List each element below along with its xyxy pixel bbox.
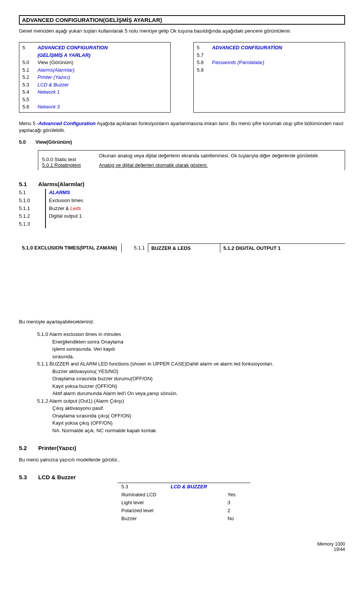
- lcd-head-num: 5.3: [121, 483, 171, 491]
- settings-list: 5.1.0 Alarm exclusion times in minutesEn…: [37, 331, 345, 434]
- menu5-link: -Advanced Configuration: [37, 121, 96, 126]
- s50-r1-left: 5.0.0 Static text: [42, 153, 99, 162]
- list-item: Buzzer aktivasyonu( YES/NO): [37, 368, 345, 375]
- alarm-num: 5.1: [19, 189, 45, 197]
- list-item: sırasında.: [37, 353, 345, 361]
- list-item: Kayıt yoksa buzzer (OFF/ON): [37, 383, 345, 390]
- menu-num: 5.6: [22, 103, 38, 111]
- menu5-description: Menu 5 -Advanced Configuration Aşağıda a…: [19, 120, 345, 134]
- triple-mid: 5.1.1: [121, 243, 148, 253]
- menu-label: ADVANCED CONFIGURATION: [38, 44, 108, 52]
- menu5-pre: Menu 5: [19, 121, 37, 126]
- menu-left-row: 5.6Network 3: [22, 103, 167, 111]
- lcd-buzzer-table: 5.3 LCD & BUZZER Illuminated LCDYesLight…: [118, 483, 250, 522]
- menu-num: 5.2: [22, 74, 38, 81]
- menu-right-row: 5.9: [197, 66, 342, 74]
- menu-label: Alarms(Alarmlar): [38, 66, 75, 74]
- section-5-1-head: 5.1 Alarms(Alarmlar): [19, 181, 345, 187]
- alarm-num: 5.1.3: [19, 220, 45, 228]
- list-item: işlemi sonrasında. Veri kaydı: [37, 345, 345, 353]
- lcd-head-title: LCD & BUZZER: [171, 483, 228, 491]
- list-heading: Bu menüyle ayarlayabilecekleriniz.: [19, 318, 345, 325]
- alarm-label: Digital output 1: [49, 212, 83, 220]
- lcd-row: Polarized level2: [118, 507, 250, 515]
- menu-right-row: 5.8Passwords (Parolalalar): [197, 59, 342, 66]
- footer-product: Memory 1000: [19, 541, 345, 547]
- lcd-row: Illuminated LCDYes: [118, 491, 250, 499]
- list-item: 5.1.0 Alarm exclusion times in minutes: [37, 331, 345, 338]
- alarm-num: 5.1.1: [19, 205, 45, 213]
- list-item: Enerjjilendikten sonra Onaylama: [37, 338, 345, 346]
- page-footer: Memory 1000 19/44: [19, 541, 345, 552]
- menu-label: (GELİŞMİŞ A YARLAR): [38, 52, 90, 59]
- section-5-3-head: 5.3 LCD & Buzzer: [19, 474, 345, 480]
- menu-left-row: 5.1Alarms(Alarmlar): [22, 66, 167, 74]
- alarm-num: 5.1.0: [19, 197, 45, 205]
- s53-title: LCD & Buzzer: [38, 474, 76, 480]
- menu-left-row: 5.4Network 1: [22, 88, 167, 96]
- menu-left-row: 5ADVANCED CONFIGURATION: [22, 44, 167, 52]
- list-item: Çıkış aktivasyonu pasif.: [37, 405, 345, 412]
- menu-num: [22, 52, 38, 59]
- list-item: Kayıt yoksa çıkış (OFF/ON): [37, 419, 345, 427]
- section-5-0-head: 5.0 View(Görünüm): [19, 139, 345, 145]
- alarms-left-col: 5.15.1.05.1.15.1.25.1.3: [19, 189, 46, 228]
- menu-left-row: 5.3LCD & Buzzer: [22, 81, 167, 89]
- alarms-table: 5.15.1.05.1.15.1.25.1.3 ALARMSExclusion …: [19, 189, 345, 228]
- s51-num: 5.1: [19, 181, 27, 187]
- menu-label: Network 1: [38, 88, 60, 96]
- triple-c1: 5.1.0 EXCLUSION TIMES(İPTAL ZAMANI): [19, 243, 121, 253]
- alarm-label: Buzzer & Leds: [49, 205, 83, 213]
- s50-num: 5.0: [19, 139, 26, 145]
- menu-num: 5.0: [22, 59, 38, 66]
- triple-header-row: 5.1.0 EXCLUSION TIMES(İPTAL ZAMANI) 5.1.…: [19, 243, 345, 253]
- menu-label: View (Görünüm): [38, 59, 73, 66]
- s50-r2-right: Analog ve dijital değerleri otomatik ola…: [99, 162, 341, 168]
- intro-text: Genel menüden aşağı yukarı tuşları kulla…: [19, 28, 345, 35]
- menu-label: Printer (Yazıcı): [38, 74, 70, 81]
- list-item: Onaylama sırasında buzzer durumu(OFF/ON): [37, 375, 345, 383]
- menu-left-table: 5ADVANCED CONFIGURATION(GELİŞMİŞ A YARLA…: [19, 42, 171, 113]
- menu-left-row: 5.5: [22, 96, 167, 104]
- list-item: 5.1.1 BUZZER and ALARM LED functions (sh…: [37, 360, 345, 368]
- menu-right-table: 5ADVANCED CONFİGURATİON5.75.8Passwords (…: [193, 42, 345, 113]
- menu-left-row: 5.2Printer (Yazıcı): [22, 74, 167, 81]
- s50-box: 5.0.0 Static text Okunan analog veya dij…: [38, 150, 345, 170]
- list-item: NA. Normalde açık, NC normalde kapalı ko…: [37, 427, 345, 434]
- triple-c3: 5.1.2 DIGITAL OUTPUT 1: [220, 243, 345, 253]
- triple-c2: BUZZER & LEDS: [148, 243, 220, 253]
- menu-num: 5.5: [22, 96, 38, 104]
- menu-left-row: 5.0View (Görünüm): [22, 59, 167, 66]
- menu-num: 5.4: [22, 88, 38, 96]
- s52-title: Printer(Yazıcı): [38, 445, 76, 451]
- alarm-num: 5.1.2: [19, 212, 45, 220]
- menu-label: LCD & Buzzer: [38, 81, 69, 89]
- menu-right-head: 5ADVANCED CONFİGURATİON: [197, 44, 342, 52]
- list-item: Onaylama sırasında çıkış( OFF/ON): [37, 412, 345, 420]
- s50-title: View(Görünüm): [35, 139, 72, 145]
- s51-title: Alarms(Alarmlar): [38, 181, 85, 187]
- s50-r2-left: 5.0.1 Rotatingtext: [42, 162, 99, 168]
- s50-r1-right: Okunan analog veya dijital değerlerin ek…: [99, 153, 341, 162]
- section-5-2-head: 5.2 Printer(Yazıcı): [19, 445, 345, 451]
- s52-num: 5.2: [19, 445, 27, 451]
- menu-left-row: (GELİŞMİŞ A YARLAR): [22, 52, 167, 59]
- menu-right-row: 5.7: [197, 52, 342, 59]
- alarms-right-col: ALARMSExclusion timesBuzzer & LedsDigita…: [46, 189, 83, 228]
- menu-tables-row: 5ADVANCED CONFIGURATION(GELİŞMİŞ A YARLA…: [19, 42, 345, 113]
- menu-num: 5.3: [22, 81, 38, 89]
- page-title: ADVANCED CONFIGURATION(GELİŞMİŞ AYARLAR): [19, 15, 345, 25]
- menu-num: 5: [22, 44, 38, 52]
- list-item: Aktif alarm durumunda Alarm led'i On vey…: [37, 390, 345, 397]
- s53-num: 5.3: [19, 474, 27, 480]
- menu-label: Network 3: [38, 103, 60, 111]
- s52-desc: Bu menü yalnızca yazıcılı modellerde gör…: [19, 456, 345, 463]
- alarm-label: ALARMS: [49, 189, 83, 197]
- lcd-row: BuzzerNo: [118, 515, 250, 523]
- footer-page: 19/44: [19, 547, 345, 552]
- alarm-label: Exclusion times: [49, 197, 83, 205]
- menu-num: 5.1: [22, 66, 38, 74]
- list-item: 5.1.2 Alarm output (Out1) (Alarm Çıkışı): [37, 397, 345, 405]
- lcd-row: Light level3: [118, 499, 250, 507]
- alarm-label: [49, 220, 83, 228]
